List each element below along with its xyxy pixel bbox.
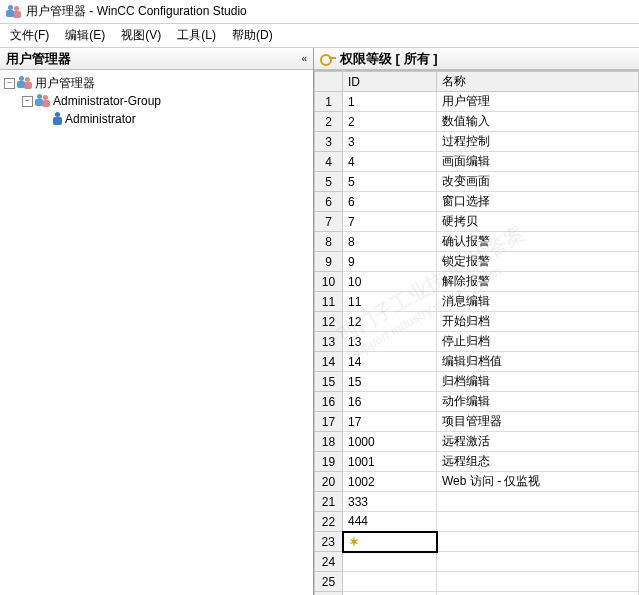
row-number[interactable]: 11 [315, 292, 343, 312]
cell-name[interactable]: 编辑归档值 [437, 352, 639, 372]
cell-name[interactable]: 远程组态 [437, 452, 639, 472]
menu-file[interactable]: 文件(F) [2, 25, 57, 46]
row-number[interactable]: 4 [315, 152, 343, 172]
table-row[interactable]: 66窗口选择 [315, 192, 639, 212]
row-number[interactable]: 9 [315, 252, 343, 272]
cell-id[interactable]: 14 [343, 352, 437, 372]
cell-id[interactable]: 6 [343, 192, 437, 212]
table-row[interactable]: 25 [315, 572, 639, 592]
cell-name[interactable]: 动作编辑 [437, 392, 639, 412]
table-row[interactable]: 99锁定报警 [315, 252, 639, 272]
table-row[interactable]: 1717项目管理器 [315, 412, 639, 432]
cell-name[interactable] [437, 572, 639, 592]
row-number[interactable]: 20 [315, 472, 343, 492]
table-row[interactable]: 24 [315, 552, 639, 572]
row-number[interactable]: 7 [315, 212, 343, 232]
permission-grid[interactable]: ID 名称 11用户管理22数值输入33过程控制44画面编辑55改变画面66窗口… [314, 70, 639, 595]
table-row[interactable]: 44画面编辑 [315, 152, 639, 172]
tree-view[interactable]: − 用户管理器 − Administrator-Group Administra… [0, 70, 313, 595]
row-number[interactable]: 10 [315, 272, 343, 292]
table-row[interactable]: 191001远程组态 [315, 452, 639, 472]
cell-id[interactable]: 4 [343, 152, 437, 172]
table-row[interactable]: 21333 [315, 492, 639, 512]
cell-id[interactable]: 444 [343, 512, 437, 532]
cell-name[interactable] [437, 532, 639, 552]
menu-view[interactable]: 视图(V) [113, 25, 169, 46]
cell-name[interactable]: 用户管理 [437, 92, 639, 112]
column-header-id[interactable]: ID [343, 72, 437, 92]
row-number[interactable]: 19 [315, 452, 343, 472]
tree-node-root[interactable]: − 用户管理器 [4, 74, 311, 92]
cell-name[interactable]: 画面编辑 [437, 152, 639, 172]
table-row[interactable]: 1010解除报警 [315, 272, 639, 292]
table-row[interactable]: 33过程控制 [315, 132, 639, 152]
cell-id[interactable]: 2 [343, 112, 437, 132]
cell-name[interactable] [437, 552, 639, 572]
cell-name[interactable]: 解除报警 [437, 272, 639, 292]
cell-id[interactable]: 10 [343, 272, 437, 292]
row-number[interactable]: 1 [315, 92, 343, 112]
row-number[interactable]: 21 [315, 492, 343, 512]
cell-name[interactable] [437, 492, 639, 512]
column-header-rownum[interactable] [315, 72, 343, 92]
row-number[interactable]: 6 [315, 192, 343, 212]
table-row[interactable]: 22数值输入 [315, 112, 639, 132]
column-header-name[interactable]: 名称 [437, 72, 639, 92]
cell-id[interactable]: 333 [343, 492, 437, 512]
row-number[interactable]: 16 [315, 392, 343, 412]
cell-id[interactable]: 5 [343, 172, 437, 192]
table-row[interactable]: 1515归档编辑 [315, 372, 639, 392]
cell-id[interactable]: 1000 [343, 432, 437, 452]
cell-id[interactable]: 17 [343, 412, 437, 432]
cell-id[interactable]: 16 [343, 392, 437, 412]
row-number[interactable]: 14 [315, 352, 343, 372]
cell-id[interactable]: ✶ [343, 532, 437, 552]
row-number[interactable]: 5 [315, 172, 343, 192]
cell-id[interactable]: 1 [343, 92, 437, 112]
row-number[interactable]: 12 [315, 312, 343, 332]
table-row[interactable]: 201002Web 访问 - 仅监视 [315, 472, 639, 492]
cell-id[interactable]: 3 [343, 132, 437, 152]
table-row[interactable]: 26 [315, 592, 639, 596]
row-number[interactable]: 18 [315, 432, 343, 452]
table-row[interactable]: 1414编辑归档值 [315, 352, 639, 372]
table-row[interactable]: 23✶ [315, 532, 639, 552]
table-row[interactable]: 22444 [315, 512, 639, 532]
cell-name[interactable]: Web 访问 - 仅监视 [437, 472, 639, 492]
table-row[interactable]: 55改变画面 [315, 172, 639, 192]
cell-name[interactable]: 开始归档 [437, 312, 639, 332]
cell-id[interactable] [343, 592, 437, 596]
cell-id[interactable]: 1001 [343, 452, 437, 472]
menu-edit[interactable]: 编辑(E) [57, 25, 113, 46]
table-row[interactable]: 1111消息编辑 [315, 292, 639, 312]
row-number[interactable]: 8 [315, 232, 343, 252]
cell-id[interactable]: 1002 [343, 472, 437, 492]
cell-id[interactable] [343, 572, 437, 592]
cell-name[interactable]: 硬拷贝 [437, 212, 639, 232]
cell-name[interactable]: 确认报警 [437, 232, 639, 252]
cell-name[interactable]: 锁定报警 [437, 252, 639, 272]
cell-name[interactable]: 停止归档 [437, 332, 639, 352]
row-number[interactable]: 2 [315, 112, 343, 132]
row-number[interactable]: 25 [315, 572, 343, 592]
cell-id[interactable]: 12 [343, 312, 437, 332]
cell-name[interactable]: 窗口选择 [437, 192, 639, 212]
row-number[interactable]: 26 [315, 592, 343, 596]
cell-name[interactable]: 消息编辑 [437, 292, 639, 312]
row-number[interactable]: 15 [315, 372, 343, 392]
table-row[interactable]: 1212开始归档 [315, 312, 639, 332]
tree-node-user[interactable]: Administrator [40, 110, 311, 128]
expand-icon[interactable]: − [4, 78, 15, 89]
row-number[interactable]: 13 [315, 332, 343, 352]
cell-name[interactable]: 归档编辑 [437, 372, 639, 392]
cell-name[interactable] [437, 592, 639, 596]
table-row[interactable]: 181000远程激活 [315, 432, 639, 452]
row-number[interactable]: 17 [315, 412, 343, 432]
table-row[interactable]: 1313停止归档 [315, 332, 639, 352]
cell-name[interactable]: 数值输入 [437, 112, 639, 132]
cell-name[interactable]: 项目管理器 [437, 412, 639, 432]
cell-name[interactable] [437, 512, 639, 532]
cell-id[interactable] [343, 552, 437, 572]
table-row[interactable]: 1616动作编辑 [315, 392, 639, 412]
expand-icon[interactable]: − [22, 96, 33, 107]
